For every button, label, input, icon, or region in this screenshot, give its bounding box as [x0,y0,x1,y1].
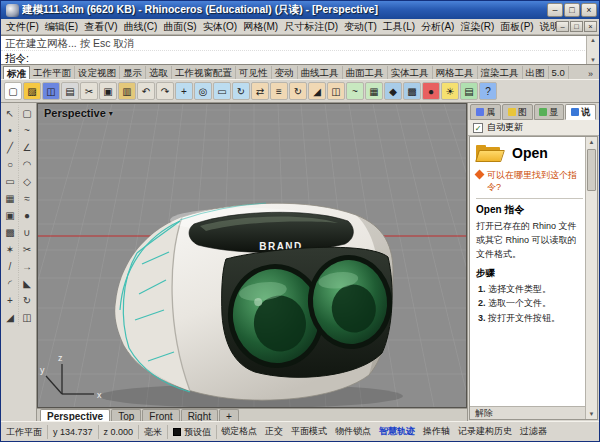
viewport-menu-icon[interactable]: ▾ [109,109,113,118]
scroll-down-icon[interactable]: ▼ [590,56,596,64]
mdi-minimize-button[interactable]: – [556,21,569,32]
zoom-extents-icon[interactable]: ▭ [213,82,231,100]
toolbar-tab[interactable]: 设定视图 [75,66,120,79]
move-icon[interactable]: + [2,292,19,309]
scroll-up-icon[interactable]: ▲ [589,137,595,147]
circle-icon[interactable]: ○ [2,156,19,173]
layers-icon[interactable]: ▤ [460,82,478,100]
cut-icon[interactable]: ✂ [80,82,98,100]
toolbar-tab[interactable]: 渲染工具 [478,66,523,79]
mirror-icon[interactable]: ◫ [19,309,36,326]
toolbar-tab[interactable]: 曲线工具 [298,66,343,79]
toolbar-tab[interactable]: 曲面工具 [343,66,388,79]
menu-item[interactable]: 尺寸标注(D) [281,20,341,34]
viewport-title[interactable]: Perspective ▾ [44,107,113,119]
layer-cell[interactable]: 预设值 [168,425,217,439]
open-file-icon[interactable]: ▨ [23,82,41,100]
polyline-icon[interactable]: ∠ [19,139,36,156]
menu-item[interactable]: 编辑(E) [42,20,81,34]
command-prompt[interactable]: 指令: [1,51,599,65]
scale-icon[interactable]: ◢ [308,82,326,100]
toolbar-tab[interactable]: 工作平面 [30,66,75,79]
selection-brush-icon[interactable]: ▢ [19,105,36,122]
minimize-button[interactable]: – [547,3,563,17]
toolbar-tab[interactable]: 标准 [3,66,30,79]
menu-item[interactable]: 实体(O) [200,20,240,34]
status-toggle[interactable]: 正交 [261,425,287,438]
trim-icon[interactable]: ✂ [19,241,36,258]
split-icon[interactable]: / [2,258,19,275]
menu-item[interactable]: 曲面(S) [160,20,199,34]
scroll-up-icon[interactable]: ▲ [590,36,596,44]
help-footer[interactable]: 解除 [470,406,585,419]
mesh-tools-icon[interactable]: ▩ [403,82,421,100]
zoom-window-icon[interactable]: ◎ [194,82,212,100]
curve-tools-icon[interactable]: ~ [346,82,364,100]
scroll-thumb[interactable] [587,149,596,191]
status-toggle[interactable]: 锁定格点 [217,425,261,438]
menu-item[interactable]: 文件(F) [3,20,42,34]
panel-tab[interactable]: 显 [534,104,565,120]
rectangle-icon[interactable]: ▭ [2,173,19,190]
fillet-icon[interactable]: ◜ [2,275,19,292]
scroll-down-icon[interactable]: ▼ [589,409,595,419]
menu-item[interactable]: 工具(L) [380,20,418,34]
solid-tools-icon[interactable]: ◆ [384,82,402,100]
copy-object-icon[interactable]: ≡ [270,82,288,100]
menu-item[interactable]: 面板(P) [497,20,536,34]
pan-view-icon[interactable]: + [175,82,193,100]
status-toggle[interactable]: 物件锁点 [331,425,375,438]
tab-overflow-icon[interactable]: » [584,69,597,79]
redo-icon[interactable]: ↷ [156,82,174,100]
undo-icon[interactable]: ↶ [137,82,155,100]
join-icon[interactable]: ∪ [19,224,36,241]
status-toggle[interactable]: 智慧轨迹 [375,425,419,438]
render-icon[interactable]: ● [422,82,440,100]
polygon-icon[interactable]: ◇ [19,173,36,190]
toolbar-tab[interactable]: 选取 [146,66,172,79]
mdi-close-button[interactable]: × [584,21,597,32]
surface-icon[interactable]: ▦ [2,190,19,207]
box-icon[interactable]: ▣ [2,207,19,224]
perspective-viewport[interactable]: BRAND [37,103,467,408]
save-icon[interactable]: ◫ [42,82,60,100]
curve-icon[interactable]: ~ [19,122,36,139]
paste-icon[interactable]: ▥ [118,82,136,100]
new-file-icon[interactable]: ▢ [4,82,22,100]
menu-item[interactable]: 说明(H) [537,20,556,34]
status-toggle[interactable]: 操作轴 [419,425,454,438]
explode-icon[interactable]: ✶ [2,241,19,258]
sphere-icon[interactable]: ● [19,207,36,224]
help-icon[interactable]: ? [479,82,497,100]
cplane-button[interactable]: 工作平面 [1,425,48,439]
toolbar-tab[interactable]: 显示 [120,66,146,79]
find-command-link[interactable]: 可以在哪里找到这个指令? [487,169,583,193]
toolbar-tab[interactable]: 实体工具 [388,66,433,79]
title-bar[interactable]: 建模111.3dm (6620 KB) - Rhinoceros (Educat… [1,1,599,19]
maximize-button[interactable]: □ [564,3,580,17]
command-history[interactable]: 正在建立网格... 按 Esc 取消 [1,36,599,51]
status-toggle[interactable]: 过滤器 [516,425,551,438]
menu-item[interactable]: 查看(V) [81,20,120,34]
toolbar-tab[interactable]: 工作视窗配置 [172,66,236,79]
panel-tab[interactable]: 图 [502,104,533,120]
mdi-restore-button[interactable]: □ [570,21,583,32]
menu-item[interactable]: 渲染(R) [457,20,497,34]
rotate-view-icon[interactable]: ↻ [232,82,250,100]
mesh-icon[interactable]: ▩ [2,224,19,241]
panel-tab[interactable]: 属 [470,104,501,120]
extend-icon[interactable]: → [19,258,36,275]
scale-icon[interactable]: ◢ [2,309,19,326]
chamfer-icon[interactable]: ◣ [19,275,36,292]
move-icon[interactable]: ⇄ [251,82,269,100]
line-icon[interactable]: ╱ [2,139,19,156]
toolbar-tab[interactable]: 变动 [272,66,298,79]
toolbar-tab[interactable]: 可见性 [236,66,272,79]
help-scrollbar[interactable]: ▲ ▼ [585,137,597,419]
auto-update-checkbox[interactable]: ✓ [473,123,483,133]
panel-tab[interactable]: 说 [565,104,596,120]
toolbar-tab[interactable]: 5.0 [549,66,569,79]
status-toggle[interactable]: 平面模式 [287,425,331,438]
menu-item[interactable]: 变动(T) [341,20,380,34]
loft-icon[interactable]: ≈ [19,190,36,207]
